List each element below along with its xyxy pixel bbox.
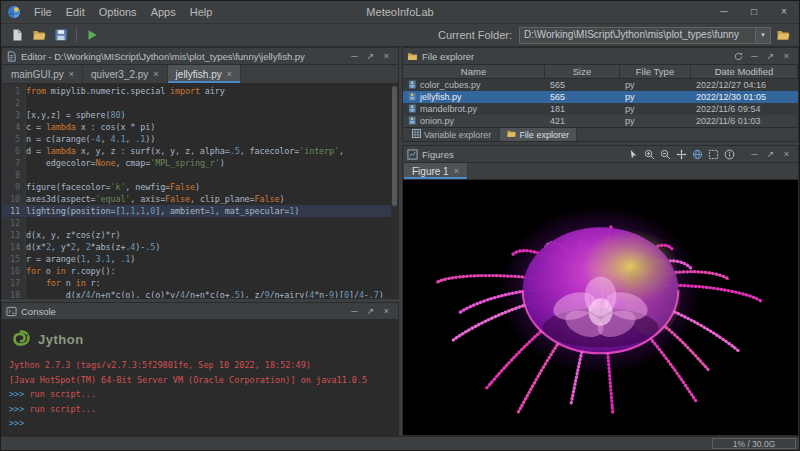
editor-scrollbar[interactable]	[391, 84, 398, 298]
column-header-file-type[interactable]: File Type	[620, 65, 691, 78]
close-panel-icon[interactable]: ×	[379, 304, 394, 318]
console-line: >>> run script...	[9, 387, 391, 402]
python-file-icon	[408, 104, 417, 113]
new-file-button[interactable]	[7, 26, 27, 45]
run-button[interactable]	[82, 26, 102, 45]
code-line: 6d = lambda x, y, z : surf(x, y, z, alph…	[2, 145, 391, 157]
memory-text: 1% / 30.0G	[733, 439, 776, 449]
current-folder-combo[interactable]: D:\Working\MIScript\Jython\mis\plot_type…	[519, 27, 771, 44]
full-extent-icon	[708, 149, 719, 160]
minimize-panel-icon[interactable]: ─	[747, 49, 762, 63]
new-file-icon	[10, 28, 24, 42]
close-panel-icon[interactable]: ×	[379, 49, 394, 63]
code-line: 5n = c(arange(-4, 4.1, .1))	[2, 133, 391, 145]
toolbar-icons	[7, 26, 102, 45]
menu-apps[interactable]: Apps	[144, 2, 183, 23]
file-type-cell: py	[620, 92, 691, 102]
jython-logo-text: Jython	[38, 332, 84, 347]
open-button[interactable]	[29, 26, 49, 45]
minimize-panel-icon[interactable]: ─	[347, 49, 362, 63]
zoom-out-button[interactable]	[658, 147, 673, 161]
console-output[interactable]: Jython Jython 2.7.3 (tags/v2.7.3:5f29801…	[2, 320, 398, 435]
code-editor[interactable]: 1from mipylib.numeric.special import air…	[2, 84, 398, 298]
code-line: 15r = arange(1, 3.1, .1)	[2, 253, 391, 265]
zoom-in-button[interactable]	[642, 147, 657, 161]
code-line-text: c = lambda x : cos(x * pi)	[26, 121, 155, 133]
file-row[interactable]: jellyfish.py565py2022/12/30 01:05	[403, 91, 798, 103]
menu-bar: FileEditOptionsAppsHelp	[27, 2, 219, 23]
folder-icon	[507, 129, 516, 140]
tab-variable-explorer[interactable]: Variable explorer	[405, 128, 499, 141]
refresh-icon[interactable]	[731, 49, 746, 63]
scrollbar-thumb[interactable]	[392, 86, 397, 206]
code-line-text: d(x*2, y*2, 2*abs(z+.4)-.5)	[26, 241, 160, 253]
tab-close-icon[interactable]: ×	[227, 70, 232, 79]
tab-close-icon[interactable]: ×	[69, 70, 74, 79]
figure-tab[interactable]: Figure 1 ×	[404, 163, 468, 179]
tab-close-icon[interactable]: ×	[153, 70, 158, 79]
code-line: 16for o in r.copy():	[2, 265, 391, 277]
file-row[interactable]: mandelbrot.py181py2022/11/6 09:54	[403, 103, 798, 115]
close-panel-icon[interactable]: ×	[779, 147, 794, 161]
select-button[interactable]	[626, 147, 641, 161]
line-number: 14	[2, 241, 26, 253]
editor-panel-controls: ─ ↗ ×	[347, 49, 394, 63]
menu-edit[interactable]: Edit	[59, 2, 92, 23]
globe-button[interactable]	[690, 147, 705, 161]
figure-canvas[interactable]	[403, 180, 798, 435]
tab-close-icon[interactable]: ×	[454, 167, 459, 176]
line-number: 10	[2, 193, 26, 205]
current-folder-label: Current Folder:	[438, 29, 512, 41]
save-icon	[54, 28, 68, 42]
browse-folder-button[interactable]	[773, 26, 793, 45]
float-panel-icon[interactable]: ↗	[763, 49, 778, 63]
editor-tab-mainGUI.py[interactable]: mainGUI.py×	[3, 65, 83, 83]
file-modified-cell: 2022/11/6 01:03	[691, 116, 798, 126]
close-button[interactable]: ×	[769, 1, 799, 23]
code-line: 2	[2, 97, 391, 109]
minimize-panel-icon[interactable]: ─	[347, 304, 362, 318]
line-number: 11	[2, 205, 26, 217]
full-extent-button[interactable]	[706, 147, 721, 161]
menu-options[interactable]: Options	[92, 2, 144, 23]
file-type-cell: py	[620, 116, 691, 126]
save-button[interactable]	[51, 26, 71, 45]
main-toolbar: Current Folder: D:\Working\MIScript\Jyth…	[1, 24, 799, 47]
menu-file[interactable]: File	[27, 2, 59, 23]
menu-help[interactable]: Help	[183, 2, 220, 23]
float-panel-icon[interactable]: ↗	[363, 49, 378, 63]
float-panel-icon[interactable]: ↗	[363, 304, 378, 318]
file-row[interactable]: color_cubes.py565py2022/12/27 04:16	[403, 79, 798, 91]
identify-button[interactable]	[722, 147, 737, 161]
editor-panel-title: Editor - D:\Working\MIScript\Jython\mis\…	[21, 51, 305, 62]
minimize-panel-icon[interactable]: ─	[747, 147, 762, 161]
code-line: 3[x,y,z] = sphere(80)	[2, 109, 391, 121]
memory-indicator[interactable]: 1% / 30.0G	[712, 438, 796, 449]
console-panel: Console ─ ↗ × Jython Jyt	[1, 302, 399, 436]
float-panel-icon[interactable]: ↗	[763, 147, 778, 161]
maximize-button[interactable]: □	[739, 1, 769, 23]
combo-dropdown-icon[interactable]: ▼	[755, 28, 770, 43]
zoom-in-icon	[644, 149, 655, 160]
file-row[interactable]: onion.py421py2022/11/6 01:03	[403, 115, 798, 127]
file-name-cell: mandelbrot.py	[403, 104, 545, 114]
column-header-name[interactable]: Name	[403, 65, 545, 78]
code-line: 14d(x*2, y*2, 2*abs(z+.4)-.5)	[2, 241, 391, 253]
editor-tab-quiver3_2.py[interactable]: quiver3_2.py×	[83, 65, 168, 83]
python-file-icon	[408, 92, 417, 101]
file-modified-cell: 2022/11/6 09:54	[691, 104, 798, 114]
tab-label: mainGUI.py	[11, 69, 64, 80]
column-header-size[interactable]: Size	[545, 65, 620, 78]
pan-button[interactable]	[674, 147, 689, 161]
line-number: 17	[2, 277, 26, 289]
close-panel-icon[interactable]: ×	[779, 49, 794, 63]
file-type-cell: py	[620, 80, 691, 90]
minimize-button[interactable]: ─	[709, 1, 739, 23]
column-header-date-modified[interactable]: Date Modified	[691, 65, 798, 78]
toolbar-separator	[76, 28, 77, 42]
line-number: 16	[2, 265, 26, 277]
tab-file-explorer[interactable]: File explorer	[500, 128, 577, 141]
code-line-text: for o in r.copy():	[26, 265, 115, 277]
editor-tab-jellyfish.py[interactable]: jellyfish.py×	[168, 65, 241, 83]
line-number: 7	[2, 157, 26, 169]
